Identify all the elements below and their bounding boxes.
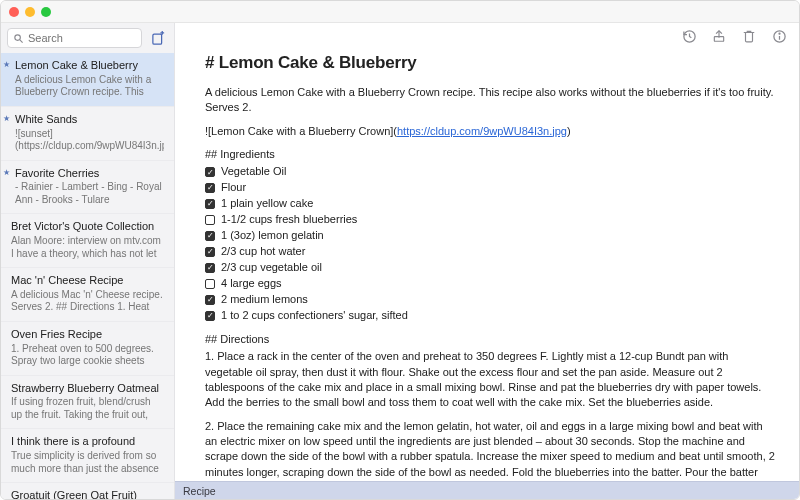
window-controls [9,7,51,17]
ingredient-checkbox[interactable]: ✓ [205,311,215,321]
new-note-button[interactable] [148,28,168,48]
note-title: Favorite Cherries [11,167,164,181]
star-icon: ★ [3,60,10,69]
ingredient-row: ✓1 plain yellow cake [205,196,777,212]
note-preview: ![sunset](https://cldup.com/9wpWU84I3n.j… [11,128,164,153]
note-preview: True simplicity is derived from so much … [11,450,164,475]
search-row [1,23,174,53]
star-icon: ★ [3,114,10,123]
close-window-button[interactable] [9,7,19,17]
zoom-window-button[interactable] [41,7,51,17]
note-preview: A delicious Mac 'n' Cheese recipe. Serve… [11,289,164,314]
note-title: Oven Fries Recipe [11,328,164,342]
note-list-item[interactable]: I think there is a profoundTrue simplici… [1,429,174,483]
direction-step-2: 2. Place the remaining cake mix and the … [205,419,777,481]
ingredient-checkbox[interactable] [205,279,215,289]
ingredient-checkbox[interactable]: ✓ [205,167,215,177]
ingredient-text: 1 plain yellow cake [221,196,313,212]
footer-tag[interactable]: Recipe [183,485,216,497]
note-preview: - Rainier - Lambert - Bing - Royal Ann -… [11,181,164,206]
minimize-window-button[interactable] [25,7,35,17]
ingredients-list: ✓Vegetable Oil✓Flour✓1 plain yellow cake… [205,164,777,323]
ingredient-text: 4 large eggs [221,276,282,292]
titlebar [1,1,799,23]
ingredient-row: 4 large eggs [205,276,777,292]
note-list-item[interactable]: ★Lemon Cake & BlueberryA delicious Lemon… [1,53,174,107]
directions-heading: ## Directions [205,332,777,347]
note-preview: A delicious Lemon Cake with a Blueberry … [11,74,164,99]
ingredient-checkbox[interactable]: ✓ [205,263,215,273]
app-body: ★Lemon Cake & BlueberryA delicious Lemon… [1,23,799,499]
image-link[interactable]: https://cldup.com/9wpWU84I3n.jpg [397,125,567,137]
note-list-item[interactable]: Bret Victor's Quote CollectionAlan Moore… [1,214,174,268]
direction-step-1: 1. Place a rack in the center of the ove… [205,349,777,411]
note-preview: 1. Preheat oven to 500 degrees. Spray tw… [11,343,164,368]
editor-toolbar [175,23,799,49]
note-title: Bret Victor's Quote Collection [11,220,164,234]
note-heading: # Lemon Cake & Blueberry [205,51,777,75]
note-title: Lemon Cake & Blueberry [11,59,164,73]
note-title: Strawberry Blueberry Oatmeal [11,382,164,396]
search-input-wrap[interactable] [7,28,142,48]
note-intro: A delicious Lemon Cake with a Blueberry … [205,85,777,116]
note-preview: If using frozen fruit, blend/crush up th… [11,396,164,421]
note-list-item[interactable]: Groatuit (Green Oat Fruit)To make the fl… [1,483,174,499]
ingredient-text: Flour [221,180,246,196]
ingredient-text: 2 medium lemons [221,292,308,308]
ingredient-checkbox[interactable] [205,215,215,225]
svg-line-1 [20,39,23,42]
note-title: I think there is a profound [11,435,164,449]
image-md-suffix: ) [567,125,571,137]
ingredients-heading: ## Ingredients [205,147,777,162]
ingredient-row: ✓2/3 cup hot water [205,244,777,260]
sidebar: ★Lemon Cake & BlueberryA delicious Lemon… [1,23,175,499]
footer-bar: Recipe [175,481,799,499]
app-window: ★Lemon Cake & BlueberryA delicious Lemon… [0,0,800,500]
history-icon[interactable] [681,28,697,44]
trash-icon[interactable] [741,28,757,44]
ingredient-text: 2/3 cup vegetable oil [221,260,322,276]
search-icon [13,33,24,44]
ingredient-text: 1-1/2 cups fresh blueberries [221,212,357,228]
ingredient-row: 1-1/2 cups fresh blueberries [205,212,777,228]
note-list-item[interactable]: Mac 'n' Cheese RecipeA delicious Mac 'n'… [1,268,174,322]
note-list-item[interactable]: Strawberry Blueberry OatmealIf using fro… [1,376,174,430]
ingredient-row: ✓2/3 cup vegetable oil [205,260,777,276]
note-list-item[interactable]: Oven Fries Recipe1. Preheat oven to 500 … [1,322,174,376]
ingredient-checkbox[interactable]: ✓ [205,247,215,257]
note-image-line: ![Lemon Cake with a Blueberry Crown](htt… [205,124,777,139]
ingredient-row: ✓2 medium lemons [205,292,777,308]
svg-point-0 [15,34,21,40]
note-list-item[interactable]: ★White Sands![sunset](https://cldup.com/… [1,107,174,161]
content-pane: # Lemon Cake & Blueberry A delicious Lem… [175,23,799,499]
note-title: White Sands [11,113,164,127]
share-icon[interactable] [711,28,727,44]
ingredient-checkbox[interactable]: ✓ [205,231,215,241]
ingredient-text: Vegetable Oil [221,164,286,180]
ingredient-row: ✓Vegetable Oil [205,164,777,180]
search-input[interactable] [28,32,136,44]
svg-rect-2 [152,34,161,44]
svg-point-9 [779,33,780,34]
ingredient-checkbox[interactable]: ✓ [205,183,215,193]
ingredient-row: ✓1 to 2 cups confectioners' sugar, sifte… [205,308,777,324]
info-icon[interactable] [771,28,787,44]
note-title: Mac 'n' Cheese Recipe [11,274,164,288]
ingredient-checkbox[interactable]: ✓ [205,295,215,305]
ingredient-row: ✓Flour [205,180,777,196]
ingredient-text: 1 to 2 cups confectioners' sugar, sifted [221,308,408,324]
note-title: Groatuit (Green Oat Fruit) [11,489,164,499]
note-list: ★Lemon Cake & BlueberryA delicious Lemon… [1,53,174,499]
ingredient-text: 1 (3oz) lemon gelatin [221,228,324,244]
note-preview: Alan Moore: interview on mtv.com I have … [11,235,164,260]
star-icon: ★ [3,168,10,177]
note-list-item[interactable]: ★Favorite Cherries- Rainier - Lambert - … [1,161,174,215]
image-md-prefix: ![Lemon Cake with a Blueberry Crown]( [205,125,397,137]
editor[interactable]: # Lemon Cake & Blueberry A delicious Lem… [175,49,799,481]
ingredient-row: ✓1 (3oz) lemon gelatin [205,228,777,244]
ingredient-text: 2/3 cup hot water [221,244,305,260]
ingredient-checkbox[interactable]: ✓ [205,199,215,209]
